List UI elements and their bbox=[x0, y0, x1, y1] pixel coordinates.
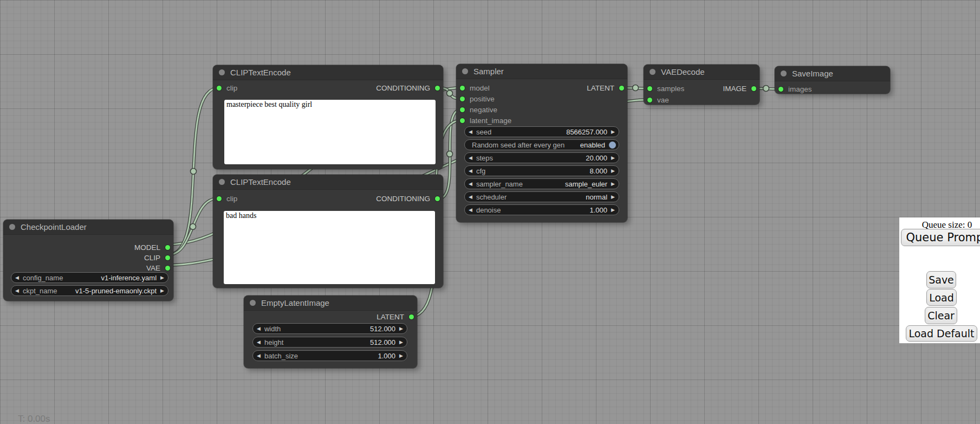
increment-arrow-icon[interactable]: ▶ bbox=[607, 126, 619, 137]
load-default-button[interactable]: Load Default bbox=[906, 325, 977, 342]
collapse-dot-icon[interactable] bbox=[250, 300, 256, 306]
node-saveimage[interactable]: SaveImage images bbox=[775, 66, 890, 94]
input-port-vae[interactable] bbox=[647, 98, 652, 102]
node-checkpointloader[interactable]: CheckpointLoader MODEL CLIP VAE ◀ config… bbox=[3, 220, 173, 301]
decrement-arrow-icon[interactable]: ◀ bbox=[253, 323, 264, 334]
input-port-clip[interactable] bbox=[217, 196, 222, 201]
output-slot-clip: CLIP bbox=[144, 253, 170, 262]
collapse-dot-icon[interactable] bbox=[9, 224, 15, 230]
input-port-samples[interactable] bbox=[647, 86, 652, 91]
widget-cfg[interactable]: ◀ cfg 8.000 ▶ bbox=[464, 165, 619, 176]
clear-button[interactable]: Clear bbox=[925, 307, 957, 324]
output-port-model[interactable] bbox=[165, 245, 170, 250]
node-header[interactable]: CheckpointLoader bbox=[3, 220, 173, 235]
output-port-image[interactable] bbox=[751, 86, 756, 91]
node-header[interactable]: CLIPTextEncode bbox=[213, 175, 443, 190]
widget-width[interactable]: ◀ width 512.000 ▶ bbox=[252, 323, 407, 334]
widget-name: Random seed after every gen bbox=[465, 141, 564, 149]
node-vaedecode[interactable]: VAEDecode samples vae IMAGE bbox=[644, 65, 760, 105]
widget-random-seed-toggle[interactable]: Random seed after every gen enabled bbox=[464, 139, 619, 150]
slot-label: CONDITIONING bbox=[376, 195, 430, 203]
increment-arrow-icon[interactable]: ▶ bbox=[607, 165, 619, 176]
node-title: CLIPTextEncode bbox=[230, 68, 291, 77]
node-header[interactable]: VAEDecode bbox=[644, 65, 760, 80]
slot-label: model bbox=[470, 84, 490, 92]
save-button[interactable]: Save bbox=[926, 271, 956, 288]
widget-denoise[interactable]: ◀ denoise 1.000 ▶ bbox=[464, 204, 619, 215]
toggle-indicator-icon[interactable] bbox=[609, 142, 616, 149]
increment-arrow-icon[interactable]: ▶ bbox=[395, 323, 407, 334]
decrement-arrow-icon[interactable]: ◀ bbox=[465, 178, 476, 189]
node-cliptextencode-positive[interactable]: CLIPTextEncode clip CONDITIONING masterp… bbox=[213, 65, 443, 169]
widget-name: scheduler bbox=[476, 193, 507, 201]
comfyui-canvas[interactable]: { "icons": { "left_arrow": "◀", "right_a… bbox=[0, 0, 980, 424]
widget-batch-size[interactable]: ◀ batch_size 1.000 ▶ bbox=[252, 350, 407, 361]
slot-label: CONDITIONING bbox=[376, 84, 430, 92]
slot-label: negative bbox=[470, 106, 497, 114]
decrement-arrow-icon[interactable]: ◀ bbox=[465, 191, 476, 202]
input-port-images[interactable] bbox=[778, 87, 783, 92]
increment-arrow-icon[interactable]: ▶ bbox=[607, 204, 619, 215]
node-header[interactable]: EmptyLatentImage bbox=[244, 295, 417, 311]
slot-label: images bbox=[788, 85, 812, 93]
decrement-arrow-icon[interactable]: ◀ bbox=[465, 126, 476, 137]
input-port-latent-image[interactable] bbox=[460, 118, 465, 123]
decrement-arrow-icon[interactable]: ◀ bbox=[465, 204, 476, 215]
widget-steps[interactable]: ◀ steps 20.000 ▶ bbox=[464, 152, 619, 163]
slot-label: vae bbox=[657, 96, 669, 104]
load-button[interactable]: Load bbox=[926, 289, 957, 306]
increment-arrow-icon[interactable]: ▶ bbox=[607, 152, 619, 163]
increment-arrow-icon[interactable]: ▶ bbox=[395, 350, 407, 361]
widget-name: seed bbox=[476, 128, 491, 136]
decrement-arrow-icon[interactable]: ◀ bbox=[11, 272, 23, 283]
widget-height[interactable]: ◀ height 512.000 ▶ bbox=[252, 337, 407, 348]
increment-arrow-icon[interactable]: ▶ bbox=[157, 272, 168, 283]
widget-config-name[interactable]: ◀ config_name v1-inference.yaml ▶ bbox=[11, 272, 168, 283]
output-port-conditioning[interactable] bbox=[435, 86, 440, 91]
decrement-arrow-icon[interactable]: ◀ bbox=[465, 152, 476, 163]
widget-name: width bbox=[264, 325, 281, 333]
node-sampler[interactable]: Sampler model positive negative latent_i… bbox=[456, 64, 627, 222]
input-port-negative[interactable] bbox=[460, 107, 465, 112]
output-port-clip[interactable] bbox=[165, 255, 170, 260]
increment-arrow-icon[interactable]: ▶ bbox=[395, 337, 407, 348]
widget-name: batch_size bbox=[264, 352, 298, 360]
output-port-latent[interactable] bbox=[409, 314, 414, 319]
collapse-dot-icon[interactable] bbox=[781, 70, 787, 76]
input-port-clip[interactable] bbox=[217, 86, 222, 91]
input-port-positive[interactable] bbox=[460, 97, 465, 101]
input-port-model[interactable] bbox=[460, 86, 465, 91]
collapse-dot-icon[interactable] bbox=[650, 69, 656, 75]
increment-arrow-icon[interactable]: ▶ bbox=[157, 285, 168, 296]
decrement-arrow-icon[interactable]: ◀ bbox=[11, 285, 23, 296]
collapse-dot-icon[interactable] bbox=[219, 69, 225, 75]
node-emptylatentimage[interactable]: EmptyLatentImage LATENT ◀ width 512.000 … bbox=[244, 295, 417, 368]
output-port-vae[interactable] bbox=[165, 266, 170, 271]
widget-seed[interactable]: ◀ seed 8566257.000 ▶ bbox=[464, 126, 619, 137]
output-port-conditioning[interactable] bbox=[435, 196, 440, 201]
collapse-dot-icon[interactable] bbox=[462, 68, 468, 74]
output-port-latent[interactable] bbox=[619, 86, 624, 91]
widget-sampler-name[interactable]: ◀ sampler_name sample_euler ▶ bbox=[464, 178, 619, 189]
node-header[interactable]: SaveImage bbox=[775, 66, 890, 81]
widget-ckpt-name[interactable]: ◀ ckpt_name v1-5-pruned-emaonly.ckpt ▶ bbox=[11, 285, 168, 296]
decrement-arrow-icon[interactable]: ◀ bbox=[253, 337, 264, 348]
negative-prompt-textarea[interactable]: bad hands bbox=[224, 211, 435, 284]
widget-value: normal bbox=[586, 193, 607, 201]
widget-value: v1-inference.yaml bbox=[101, 274, 157, 282]
positive-prompt-textarea[interactable]: masterpiece best quality girl bbox=[224, 100, 436, 164]
increment-arrow-icon[interactable]: ▶ bbox=[607, 191, 619, 202]
node-title: Sampler bbox=[473, 67, 504, 76]
queue-prompt-button[interactable]: Queue Prompt bbox=[901, 229, 980, 246]
decrement-arrow-icon[interactable]: ◀ bbox=[465, 165, 476, 176]
node-header[interactable]: CLIPTextEncode bbox=[213, 65, 443, 80]
slot-label: latent_image bbox=[470, 117, 511, 125]
node-title: VAEDecode bbox=[661, 67, 705, 76]
node-header[interactable]: Sampler bbox=[456, 64, 627, 79]
decrement-arrow-icon[interactable]: ◀ bbox=[253, 350, 264, 361]
collapse-dot-icon[interactable] bbox=[219, 179, 225, 185]
increment-arrow-icon[interactable]: ▶ bbox=[607, 178, 619, 189]
input-slot-negative: negative bbox=[460, 105, 497, 114]
node-cliptextencode-negative[interactable]: CLIPTextEncode clip CONDITIONING bad han… bbox=[213, 175, 443, 288]
widget-scheduler[interactable]: ◀ scheduler normal ▶ bbox=[464, 191, 619, 202]
